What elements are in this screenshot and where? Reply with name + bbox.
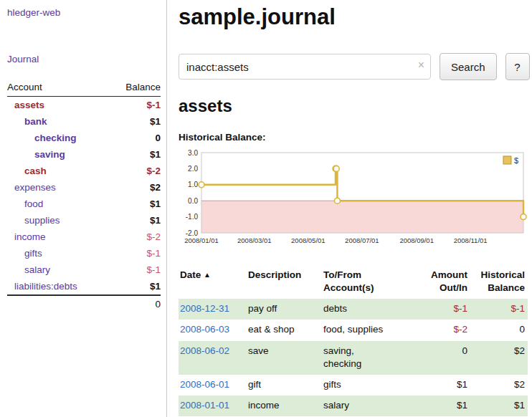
transaction-date-link[interactable]: 2008-12-31 [180,303,229,314]
page-title: sample.journal [179,4,530,30]
account-link[interactable]: assets [14,100,44,110]
svg-text:-2.0: -2.0 [186,229,199,237]
account-link[interactable]: food [24,198,43,209]
account-link[interactable]: salary [24,264,50,275]
svg-text:$: $ [514,156,518,165]
col-amount-line1: Amount [431,269,467,280]
transaction-description: eat & shop [247,320,322,340]
transaction-amount: $1 [417,396,470,416]
account-row: checking0 [7,130,161,146]
account-link[interactable]: income [14,231,46,242]
transaction-date-link[interactable]: 2008-06-03 [180,324,229,335]
account-link[interactable]: gifts [24,248,42,259]
col-date[interactable]: Date ▲ [179,267,247,299]
col-balance: Historical Balance [470,267,528,299]
transaction-description: pay off [247,299,322,320]
sidebar-nav: Journal [7,54,161,64]
account-row: gifts$-1 [7,245,161,262]
account-row: bank$1 [7,113,161,130]
balance-chart: 3.02.01.00.0-1.0-2.02008/01/012008/03/01… [179,148,528,251]
col-description: Description [247,267,322,299]
register-row: 2008-06-03eat & shopfood, supplies$-20 [179,320,528,340]
transaction-date-link[interactable]: 2008-01-01 [180,400,229,411]
account-balance: $-2 [110,163,161,179]
account-balance: $1 [110,113,161,130]
account-link[interactable]: saving [34,149,65,160]
app-title-link[interactable]: hledger-web [7,7,60,18]
account-balance: $-1 [110,245,161,262]
transaction-accounts: saving, checking [322,341,417,375]
transaction-balance: $1 [470,396,528,416]
account-name-cell: income [7,229,110,245]
svg-text:2008/05/01: 2008/05/01 [291,236,326,244]
account-name-cell: liabilities:debts [7,278,110,295]
register-row: 2008-06-02savesaving, checking0$2 [179,341,528,375]
accounts-col-account: Account [7,80,110,97]
transaction-date-link[interactable]: 2008-06-02 [180,345,229,356]
account-name-cell: saving [7,146,110,163]
transaction-date-cell: 2008-06-02 [179,341,247,375]
account-balance: 0 [110,130,161,146]
nav-journal-link[interactable]: Journal [7,54,39,64]
col-accounts-line1: To/From [323,269,361,280]
transaction-accounts: gifts [322,375,417,396]
account-balance: $1 [110,146,161,163]
svg-text:1.0: 1.0 [188,181,198,188]
account-row: income$-2 [7,229,161,245]
main-content: sample.journal × Search ? assets Histori… [167,0,532,417]
register-row: 2008-06-01giftgifts$1$2 [179,375,528,396]
account-link[interactable]: bank [24,116,47,127]
account-link[interactable]: supplies [24,215,60,226]
svg-text:3.0: 3.0 [188,149,198,157]
clear-search-icon[interactable]: × [418,59,424,71]
transaction-accounts: salary [322,396,417,416]
accounts-table: Account Balance assets$-1bank$1checking0… [7,80,161,312]
account-balance: $1 [110,212,161,229]
sort-asc-icon: ▲ [204,271,211,279]
account-row: salary$-1 [7,262,161,278]
account-link[interactable]: expenses [14,182,56,193]
svg-text:2008/01/01: 2008/01/01 [184,236,219,244]
account-row: assets$-1 [7,97,161,113]
transaction-balance: 0 [470,320,528,340]
col-date-label: Date [180,269,201,280]
account-link[interactable]: checking [34,133,77,143]
search-input[interactable] [179,54,431,80]
col-accounts: To/From Account(s) [322,267,417,299]
sidebar: hledger-web Journal Account Balance asse… [0,0,167,417]
help-button[interactable]: ? [505,53,530,80]
search-form: × Search ? [179,53,530,80]
col-accounts-line2: Account(s) [323,282,374,293]
col-amount-line2: Out/In [440,282,467,293]
account-row: food$1 [7,196,161,212]
transaction-date-link[interactable]: 2008-06-01 [180,379,229,390]
app-title: hledger-web [7,7,161,18]
svg-text:2008/07/01: 2008/07/01 [345,236,379,244]
account-balance: $1 [110,278,161,295]
search-button[interactable]: Search [440,53,497,80]
account-name-cell: supplies [7,212,110,229]
account-name-cell: food [7,196,110,212]
account-link[interactable]: liabilities:debts [14,281,77,292]
transaction-balance: $-1 [470,299,528,320]
col-balance-line1: Historical [480,269,525,280]
account-row: liabilities:debts$1 [7,278,161,295]
transaction-accounts: debts [322,299,417,320]
account-name-cell: salary [7,262,110,278]
register-table: Date ▲ Description To/From Account(s) Am… [179,267,528,416]
transaction-date-cell: 2008-01-01 [179,396,247,416]
svg-text:2008/03/01: 2008/03/01 [237,236,272,244]
account-balance: $-1 [110,262,161,278]
account-heading: assets [179,96,530,116]
transaction-amount: $1 [417,375,470,396]
accounts-total-row: 0 [7,295,161,312]
transaction-date-cell: 2008-12-31 [179,299,247,320]
account-row: cash$-2 [7,163,161,179]
account-balance: $-1 [110,97,161,113]
svg-text:2008/11/01: 2008/11/01 [454,236,488,244]
transaction-accounts: food, supplies [322,320,417,340]
account-link[interactable]: cash [24,166,47,176]
transaction-date-cell: 2008-06-01 [179,375,247,396]
chart-title: Historical Balance: [179,132,530,143]
account-name-cell: expenses [7,179,110,196]
